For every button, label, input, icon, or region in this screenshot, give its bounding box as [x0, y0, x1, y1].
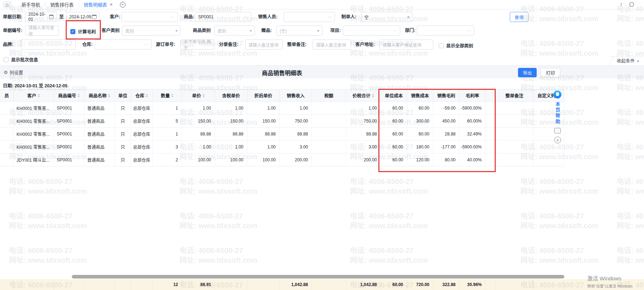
table-cell: 3.00 — [346, 141, 381, 153]
table-cell — [533, 153, 564, 166]
tab-dropdown-icon[interactable] — [120, 2, 126, 8]
product-label: 商品: — [184, 12, 194, 22]
gift-select[interactable]: (空) — [276, 26, 322, 36]
table-cell — [312, 115, 346, 127]
fullscreen-icon[interactable] — [630, 3, 634, 6]
header-label: 销售毛利 — [437, 92, 455, 99]
orderno-placeholder: 请输入单号查询 — [28, 24, 56, 37]
calc-profit-label: 计算毛利 — [78, 28, 96, 35]
header-cell[interactable]: 客户 — [14, 89, 54, 101]
show-all-category-label: 显示全部类别 — [446, 42, 473, 49]
page-help-button[interactable]: 本页帮助 — [554, 102, 561, 125]
table-cell: 普通商品 — [84, 141, 115, 153]
order-note-label: 整单备注: — [287, 40, 307, 50]
header-cell[interactable]: 价税合计 — [346, 89, 381, 101]
table-row[interactable]: KH0001 零售客...SP0001普通商品只总部仓库11.001.001.0… — [0, 102, 564, 115]
header-cell: 折后单价 — [247, 89, 280, 101]
scroll-top-icon[interactable]: ↑ — [620, 1, 622, 7]
show-batch-checkbox[interactable]: 显示批次信息 — [4, 56, 38, 63]
home-icon[interactable]: ⌂ — [3, 1, 11, 8]
watermark-text: 电话: 4006-6500-27网址: www.tdxsoft.com — [9, 177, 87, 196]
order-note-input[interactable]: 请输入备注查询 — [313, 40, 351, 50]
checkbox-icon[interactable] — [4, 57, 9, 62]
table-row[interactable]: JDY001 精斗云...SP0001普通商品只总部仓库2100.00100.0… — [0, 153, 564, 166]
sort-icon[interactable] — [146, 94, 148, 97]
brand-input[interactable] — [21, 40, 76, 50]
date-from-value: 2024-10-01 — [28, 12, 49, 22]
header-cell[interactable]: 商品名称 — [84, 89, 115, 101]
sort-icon[interactable] — [171, 94, 173, 97]
address-input[interactable]: 请输入客户地址查询 — [379, 40, 433, 50]
product-input[interactable]: SP0001 — [195, 12, 252, 22]
table-row[interactable]: KH0001 零售客...SP0001普通商品只总部仓库5150.00150.0… — [0, 115, 564, 128]
summary-cell — [14, 279, 54, 290]
header-cell[interactable]: 仓库 — [131, 89, 153, 101]
table-cell: 3 — [153, 141, 182, 153]
table-cell — [0, 153, 14, 166]
feedback-chat-icon[interactable]: ··· — [554, 128, 561, 133]
print-button[interactable]: 打印 — [541, 68, 560, 77]
header-cell[interactable]: 商品编号 — [54, 89, 84, 101]
salesperson-input[interactable] — [284, 12, 335, 22]
summary-cell — [0, 279, 14, 290]
checkbox-checked-icon[interactable] — [70, 29, 75, 34]
orderno-input[interactable]: 请输入单号查询 — [25, 26, 59, 36]
calendar-icon[interactable] — [92, 15, 97, 19]
header-cell: 整单备注 — [496, 89, 533, 101]
source-order-input[interactable]: 多个单号用,隔开 — [181, 40, 214, 50]
brand-label: 品牌: — [3, 40, 13, 50]
query-button[interactable]: 查询 — [510, 12, 528, 22]
product-value: SP0001 — [198, 14, 214, 19]
sort-icon[interactable] — [38, 94, 40, 97]
table-cell: 3.00 — [280, 141, 312, 153]
chevron-up-icon: ▲ — [636, 59, 640, 63]
collapse-conditions-button[interactable]: 收起条件 ▲ — [610, 56, 643, 65]
calendar-icon[interactable] — [49, 15, 53, 19]
table-cell: 总部仓库 — [131, 141, 153, 153]
horizontal-scrollbar[interactable] — [72, 275, 564, 279]
sort-icon[interactable] — [202, 94, 205, 97]
header-cell[interactable]: 单价 — [182, 89, 215, 101]
table-cell: 120.00 — [407, 153, 433, 166]
tab-list: 新手导航销售排行表销售明细表× — [17, 0, 118, 9]
help-avatar-icon[interactable] — [554, 91, 561, 98]
project-input[interactable] — [343, 26, 400, 36]
tab-label: 新手导航 — [22, 1, 40, 8]
table-cell: 28.88 — [433, 128, 459, 140]
collapse-panel-icon[interactable]: » — [554, 137, 561, 143]
entry-note-input[interactable]: 请输入备注查询 — [245, 40, 283, 50]
checkbox-icon[interactable] — [439, 43, 444, 48]
table-row[interactable]: KH0002 零售客...SP0001普通商品只总部仓库188.8888.888… — [0, 128, 564, 141]
table-cell: 只 — [115, 128, 131, 140]
header-label: 单位成本 — [385, 92, 403, 99]
table-cell: SP0001 — [54, 115, 84, 127]
close-icon[interactable]: × — [110, 2, 113, 7]
calc-profit-checkbox[interactable]: 计算毛利 — [70, 28, 96, 35]
table-cell: 150.00 — [247, 115, 280, 127]
project-label: 项目: — [330, 26, 341, 36]
sort-icon[interactable] — [108, 94, 110, 97]
tab-2[interactable]: 销售排行表 — [45, 0, 79, 9]
date-to-input[interactable]: 2024-12-05 — [66, 12, 100, 22]
product-category-select[interactable]: 类别 — [214, 26, 255, 36]
department-input[interactable] — [417, 26, 474, 36]
date-from-input[interactable]: 2024-10-01 — [25, 12, 57, 22]
customer-input[interactable] — [121, 12, 178, 22]
maker-select[interactable]: 空 — [361, 12, 412, 22]
warehouse-input[interactable] — [95, 40, 151, 50]
sort-icon[interactable] — [372, 94, 374, 97]
tab-3[interactable]: 销售明细表× — [79, 0, 118, 9]
table-row[interactable]: KH0001 零售客...SP0001普通商品只总部仓库31.001.001.0… — [0, 141, 564, 153]
tab-label: 销售明细表 — [84, 1, 107, 8]
tab-1[interactable]: 新手导航 — [17, 0, 45, 9]
customer-category-select[interactable]: 类别 — [122, 26, 181, 36]
customer-category-label: 客户类别 — [102, 26, 120, 36]
entry-note-label: 分录备注: — [219, 40, 238, 50]
sort-icon[interactable] — [78, 94, 80, 97]
header-cell[interactable]: 数量 — [153, 89, 182, 101]
collapse-conditions-label: 收起条件 — [617, 57, 635, 64]
export-button[interactable]: 导出 — [518, 68, 537, 77]
product-category-label: 商品类别 — [193, 26, 211, 36]
show-all-category-checkbox[interactable]: 显示全部类别 — [439, 42, 473, 49]
watermark-text: 电话: 4006-6500-27网址: www.tdxsoft.com — [617, 108, 644, 127]
